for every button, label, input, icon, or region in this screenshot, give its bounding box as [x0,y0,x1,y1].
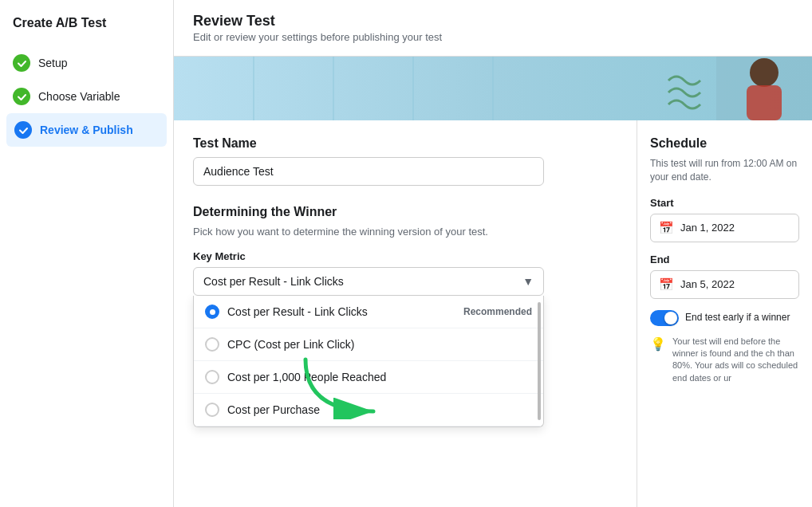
dropdown-item-label-cpc: CPC (Cost per Link Click) [227,338,354,351]
winner-section-title: Determining the Winner [193,205,617,219]
sidebar-item-review-publish-label: Review & Publish [40,124,133,136]
toggle-knob [664,312,677,324]
recommended-badge: Recommended [463,306,532,317]
schedule-title: Schedule [650,136,799,151]
sidebar: Create A/B Test Setup Choose Variable Re… [0,0,174,507]
end-label: End [650,254,799,265]
chevron-down-icon: ▼ [522,275,534,288]
dropdown-scrollbar [538,302,541,420]
sidebar-item-setup-label: Setup [38,57,68,69]
radio-cost-per-result [205,305,219,319]
key-metric-dropdown[interactable]: Cost per Result - Link Clicks ▼ [193,267,544,296]
left-panel: Test Name Determining the Winner Pick ho… [174,120,637,507]
svg-point-7 [750,58,778,87]
sidebar-item-review-publish[interactable]: Review & Publish [6,113,167,147]
start-date-value: Jan 1, 2022 [680,222,735,234]
end-date-value: Jan 5, 2022 [680,278,735,290]
dropdown-item-label-cost-per-result: Cost per Result - Link Clicks [227,305,368,318]
dropdown-item-label-cost-per-1000: Cost per 1,000 People Reached [227,371,386,383]
dropdown-item-cost-per-purchase[interactable]: Cost per Purchase [194,394,543,426]
bulb-icon: 💡 [650,336,666,352]
setup-check-icon [13,54,30,72]
radio-cpc [205,337,219,352]
start-calendar-icon: 📅 [659,221,674,235]
sidebar-item-setup[interactable]: Setup [0,46,173,80]
schedule-description: This test will run from 12:00 AM on your… [650,157,799,184]
end-calendar-icon: 📅 [659,277,674,292]
svg-rect-8 [747,85,782,120]
start-label: Start [650,197,799,209]
banner-image [174,57,812,120]
main-content: Review Test Edit or review your settings… [174,0,812,507]
page-header: Review Test Edit or review your settings… [174,0,812,57]
radio-cost-per-1000 [205,370,219,384]
start-date-field[interactable]: 📅 Jan 1, 2022 [650,214,799,242]
right-panel: Schedule This test will run from 12:00 A… [637,120,812,507]
choose-variable-check-icon [13,88,30,105]
sidebar-title: Create A/B Test [0,16,173,46]
dropdown-item-cpc[interactable]: CPC (Cost per Link Click) [194,328,543,361]
test-name-section-title: Test Name [193,136,617,151]
end-test-early-toggle[interactable] [650,310,679,326]
dropdown-selected-value: Cost per Result - Link Clicks [203,275,344,288]
end-test-early-label: End test early if a winner [685,312,790,324]
test-name-input[interactable] [193,157,544,186]
page-subtitle: Edit or review your settings before publ… [193,31,793,43]
key-metric-dropdown-menu: Cost per Result - Link Clicks Recommende… [193,296,544,427]
sidebar-item-choose-variable[interactable]: Choose Variable [0,80,173,113]
sidebar-item-choose-variable-label: Choose Variable [38,90,120,103]
key-metric-label: Key Metric [193,250,617,262]
tip-text: Your test will end before the winner is … [672,336,799,385]
content-area: Test Name Determining the Winner Pick ho… [174,120,812,507]
page-title: Review Test [193,13,793,29]
radio-cost-per-purchase [205,403,219,417]
winner-description: Pick how you want to determine the winni… [193,226,617,238]
dropdown-item-label-cost-per-purchase: Cost per Purchase [227,403,320,416]
end-test-early-toggle-row: End test early if a winner [650,310,799,326]
end-date-field[interactable]: 📅 Jan 5, 2022 [650,270,799,299]
dropdown-item-cost-per-1000[interactable]: Cost per 1,000 People Reached [194,361,543,394]
review-publish-active-icon [14,121,32,139]
tip-box: 💡 Your test will end before the winner i… [650,336,799,385]
dropdown-item-cost-per-result[interactable]: Cost per Result - Link Clicks Recommende… [194,296,543,328]
